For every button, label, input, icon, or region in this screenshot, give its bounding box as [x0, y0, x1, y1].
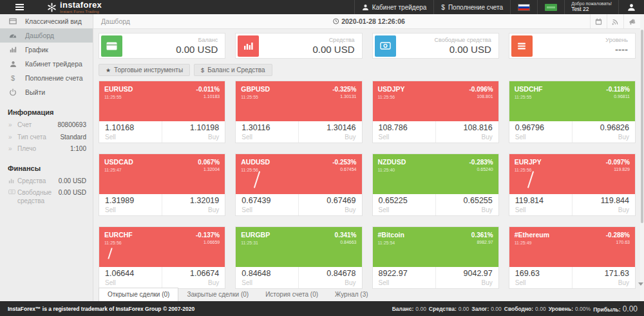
- last-price: 1.32004: [198, 166, 220, 172]
- tile-audusd[interactable]: AUDUSD11:25:56 -0.253%0.67454 0.67439Sel…: [235, 153, 362, 216]
- brand-name: instaforex: [60, 1, 102, 9]
- sidebar-item-chart[interactable]: График: [0, 43, 93, 57]
- last-price: 0.84663: [335, 239, 357, 245]
- sell-cell[interactable]: 1.10168Sell: [99, 121, 162, 143]
- instrument-symbol: GBPUSD: [241, 85, 270, 94]
- deposit-button[interactable]: $ Пополнение счета: [433, 0, 510, 14]
- megaphone-icon[interactable]: [623, 14, 640, 28]
- sell-label: Sell: [515, 133, 566, 142]
- buy-cell[interactable]: 1.32019Buy: [162, 194, 225, 215]
- sell-cell[interactable]: 119.814Sell: [509, 194, 572, 215]
- calendar-icon[interactable]: [590, 14, 607, 28]
- last-price: 1.06659: [196, 239, 220, 245]
- sell-cell[interactable]: 8922.97Sell: [373, 267, 435, 288]
- instrument-symbol: AUDUSD: [241, 158, 270, 167]
- sidebar-item-trader-cabinet[interactable]: Кабинет трейдера: [0, 57, 93, 71]
- tab-journal[interactable]: Журнал (3): [327, 288, 377, 301]
- buy-cell[interactable]: 0.67469Buy: [298, 194, 361, 215]
- hamburger-menu-icon[interactable]: [15, 4, 24, 10]
- buy-label: Buy: [442, 279, 493, 288]
- sell-cell[interactable]: 0.65225Sell: [373, 194, 435, 215]
- brand-tagline: Instant Forex Trading: [60, 10, 102, 14]
- tile-usdcad[interactable]: USDCAD11:25:47 0.067%1.32004 1.31989Sell…: [99, 153, 225, 216]
- sidebar-item-label: Классический вид: [25, 17, 82, 25]
- sidebar-item-classic-view[interactable]: Классический вид: [0, 14, 93, 28]
- tile-eurchf[interactable]: EURCHF11:25:56 -0.137%1.06659 1.06644Sel…: [99, 226, 225, 289]
- last-price: 1.10183: [196, 94, 220, 99]
- sell-label: Sell: [379, 206, 430, 215]
- sidebar-item-logout[interactable]: Выйти: [0, 85, 93, 99]
- sell-cell[interactable]: 0.67439Sell: [236, 194, 298, 215]
- currency-selector[interactable]: [537, 0, 564, 14]
- tile-bitcoin[interactable]: #Bitcoin11:25:54 0.361%8982.97 8922.97Se…: [372, 226, 499, 289]
- sidebar-item-deposit[interactable]: $ Пополнение счета: [0, 71, 93, 85]
- tile-nzdusd[interactable]: NZDUSD11:25:40 -0.283%0.65240 0.65225Sel…: [372, 153, 499, 216]
- finance-label: Свободные средства: [17, 189, 59, 205]
- scrollbar-thumb[interactable]: [641, 30, 643, 223]
- sell-cell[interactable]: 108.786Sell: [373, 121, 435, 143]
- trader-cabinet-button[interactable]: Кабинет трейдера: [354, 0, 434, 14]
- change-percent: -0.288%: [606, 231, 630, 239]
- sell-cell[interactable]: 1.30116Sell: [236, 121, 298, 143]
- trading-instruments-button[interactable]: ★ Торговые инструменты: [99, 64, 190, 76]
- sell-cell[interactable]: 0.84648Sell: [236, 267, 298, 288]
- language-selector[interactable]: [510, 0, 537, 14]
- buy-cell[interactable]: 171.63Buy: [572, 267, 635, 288]
- classic-view-icon: [8, 17, 17, 25]
- card-label: Баланс: [122, 37, 218, 43]
- tile-eurusd[interactable]: EURUSD11:25:55 -0.011%1.10183 1.10168Sel…: [99, 81, 225, 143]
- info-row-account: » Счет 80800693: [0, 119, 93, 132]
- instrument-symbol: EURGBP: [241, 231, 270, 240]
- card-label: Средства: [259, 37, 354, 43]
- tab-open-trades[interactable]: Открытые сделки (0): [99, 288, 178, 301]
- buy-cell[interactable]: 1.06674Buy: [162, 267, 225, 288]
- balance-equity-button[interactable]: $ Баланс и Средства: [194, 64, 272, 76]
- sell-label: Sell: [105, 279, 156, 288]
- sell-price: 8922.97: [379, 269, 430, 279]
- brand-logo[interactable]: instaforex Instant Forex Trading: [47, 1, 102, 14]
- balance-cards: Баланс 0.00 USD Средства 0.00 USD Свобод…: [93, 29, 644, 59]
- tab-closed-trades[interactable]: Закрытые сделки (0): [178, 288, 257, 301]
- sell-cell[interactable]: 1.06644Sell: [99, 267, 162, 288]
- sidebar-item-dashboard[interactable]: Дашборд: [0, 28, 93, 43]
- info-row-leverage: » Плечо 1:100: [0, 143, 93, 155]
- user-icon: [8, 61, 17, 68]
- sell-cell[interactable]: 0.96796Sell: [509, 121, 572, 143]
- footer-stat-equity: Средства:0.00: [429, 306, 469, 312]
- scroll-down-arrow-icon[interactable]: [638, 282, 643, 286]
- buy-cell[interactable]: 0.96826Buy: [572, 121, 635, 143]
- quote-time: 11:25:56: [241, 167, 270, 173]
- buy-cell[interactable]: 0.84678Buy: [298, 267, 361, 288]
- buy-cell[interactable]: 119.844Buy: [572, 194, 635, 215]
- user-avatar-icon[interactable]: [618, 0, 644, 14]
- buy-cell[interactable]: 1.30146Buy: [298, 121, 361, 143]
- info-value: Standard: [60, 133, 86, 142]
- tile-eurgbp[interactable]: EURGBP11:25:31 0.341%0.84663 0.84648Sell…: [235, 226, 362, 289]
- tile-usdchf[interactable]: USDCHF11:25:55 -0.118%0.96811 0.96796Sel…: [509, 81, 636, 143]
- sell-label: Sell: [515, 279, 566, 288]
- buy-cell[interactable]: 0.65255Buy: [435, 194, 498, 215]
- finance-row-equity: Средства 0.00 USD: [0, 175, 93, 188]
- tile-gbpusd[interactable]: GBPUSD11:25:55 -0.325%1.30131 1.30116Sel…: [235, 81, 362, 143]
- sell-cell[interactable]: 1.31989Sell: [99, 194, 162, 215]
- last-price: 0.65240: [469, 166, 493, 172]
- credit-card-icon: [101, 35, 122, 57]
- card-value: 0.00 USD: [396, 44, 491, 55]
- change-percent: -0.253%: [332, 158, 356, 166]
- instaforex-logo-icon: [47, 3, 57, 12]
- banknote-icon: [8, 189, 17, 195]
- chart-icon: [8, 46, 17, 54]
- rss-icon[interactable]: [607, 14, 623, 28]
- card-value: 0.00 USD: [259, 44, 354, 55]
- instrument-symbol: NZDUSD: [378, 158, 406, 167]
- tile-eurjpy[interactable]: EURJPY11:25:56 -0.097%119.829 119.814Sel…: [509, 153, 636, 216]
- tile-usdjpy[interactable]: USDJPY11:25:56 -0.096%108.801 108.786Sel…: [372, 81, 499, 143]
- buy-cell[interactable]: 9042.97Buy: [435, 267, 498, 288]
- sell-cell[interactable]: 169.63Sell: [509, 267, 572, 288]
- tile-ethereum[interactable]: #Ethereum11:25:49 -0.288%170.63 169.63Se…: [509, 226, 636, 289]
- buy-cell[interactable]: 1.10198Buy: [162, 121, 225, 143]
- buy-label: Buy: [578, 206, 629, 215]
- buy-cell[interactable]: 108.816Buy: [435, 121, 498, 143]
- tab-account-history[interactable]: История счета (0): [257, 288, 327, 301]
- vertical-scrollbar[interactable]: [640, 14, 644, 301]
